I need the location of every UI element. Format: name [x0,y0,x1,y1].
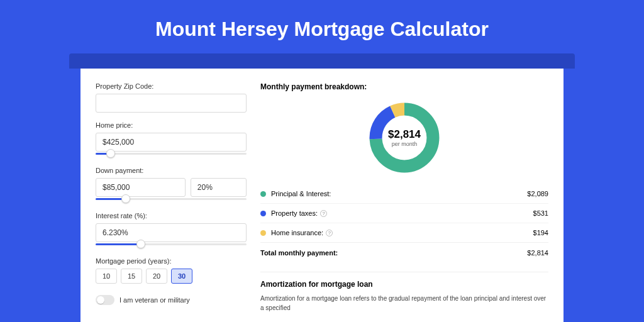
mortgage-period-label: Mortgage period (years): [96,257,247,265]
donut-chart: $2,814 per month [367,100,442,175]
breakdown-title: Monthly payment breakdown: [260,82,548,91]
legend-value: $194 [533,229,548,236]
mortgage-period-options: 10152030 [96,269,247,284]
down-payment-field: Down payment: [96,167,247,203]
slider-thumb[interactable] [136,240,145,248]
interest-rate-slider[interactable] [96,241,247,248]
interest-rate-field: Interest rate (%): [96,212,247,248]
interest-rate-label: Interest rate (%): [96,212,247,219]
legend-value: $2,089 [527,190,548,197]
veteran-row: I am veteran or military [96,295,247,305]
veteran-label: I am veteran or military [119,296,190,304]
total-value: $2,814 [527,249,548,257]
donut-center: $2,814 per month [367,100,442,175]
legend-row: Principal & Interest:$2,089 [260,184,548,203]
legend-label: Property taxes:? [271,209,533,217]
total-label: Total monthly payment: [260,249,527,257]
divider [260,272,548,272]
donut-sub: per month [392,141,418,147]
slider-thumb[interactable] [121,194,130,203]
down-payment-pct-input[interactable] [191,178,247,197]
zip-label: Property Zip Code: [96,82,247,90]
legend-dot [260,191,266,197]
legend-row: Home insurance:?$194 [260,223,548,242]
amortization-text: Amortization for a mortgage loan refers … [260,294,548,313]
period-option-10[interactable]: 10 [96,269,117,284]
period-option-20[interactable]: 20 [146,269,167,284]
legend-label: Principal & Interest: [271,190,527,197]
mortgage-period-field: Mortgage period (years): 10152030 [96,257,247,284]
panel-shadow [69,53,575,69]
legend-label: Home insurance:? [271,229,533,236]
legend-dot [260,211,266,216]
legend-value: $531 [533,209,548,217]
home-price-slider[interactable] [96,150,247,158]
legend-dot [260,230,266,236]
help-icon[interactable]: ? [326,230,333,236]
legend-row: Property taxes:?$531 [260,203,548,223]
inputs-column: Property Zip Code: Home price: Down paym… [96,82,247,319]
down-payment-label: Down payment: [96,167,247,174]
legend: Principal & Interest:$2,089Property taxe… [260,184,548,242]
zip-input[interactable] [96,94,247,113]
home-price-field: Home price: [96,121,247,158]
amortization-title: Amortization for mortgage loan [260,280,548,289]
period-option-30[interactable]: 30 [171,269,192,284]
zip-field: Property Zip Code: [96,82,247,113]
down-payment-slider[interactable] [96,196,247,203]
donut-amount: $2,814 [388,128,421,141]
donut-chart-wrap: $2,814 per month [260,97,548,184]
slider-thumb[interactable] [106,149,115,158]
down-payment-input[interactable] [96,178,186,197]
interest-rate-input[interactable] [96,223,247,242]
help-icon[interactable]: ? [320,210,327,217]
home-price-label: Home price: [96,121,247,129]
total-row: Total monthly payment: $2,814 [260,242,548,263]
home-price-input[interactable] [96,133,247,152]
period-option-15[interactable]: 15 [121,269,142,284]
calculator-panel: Property Zip Code: Home price: Down paym… [80,69,564,322]
page-title: Mount Hersey Mortgage Calculator [0,0,644,53]
veteran-toggle[interactable] [96,295,114,305]
breakdown-column: Monthly payment breakdown: $2,814 per mo… [260,82,548,319]
